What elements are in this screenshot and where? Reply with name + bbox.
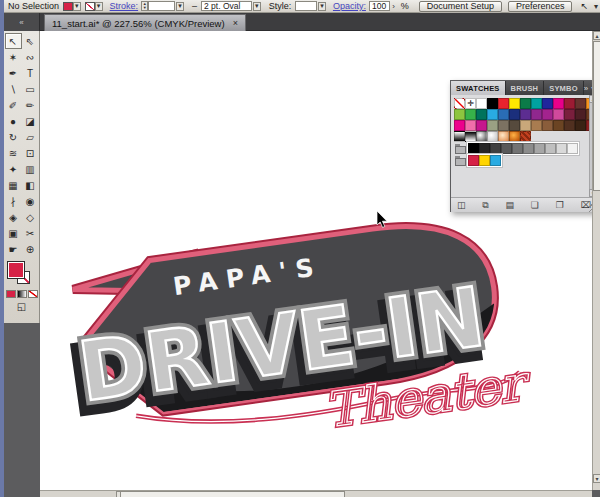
swatch-color[interactable] [465,109,476,120]
swatch-gradient[interactable] [454,131,465,142]
tab-swatches[interactable]: SWATCHES [451,81,506,95]
swatch-color[interactable] [531,98,542,109]
eraser-tool[interactable]: ◪ [22,113,39,129]
slice-tool[interactable]: ✂ [22,225,39,241]
document-setup-button[interactable]: Document Setup [419,1,502,12]
rectangle-tool[interactable]: ▭ [22,81,39,97]
swatch-color[interactable] [564,109,575,120]
swatch-color[interactable] [556,143,567,154]
swatch-color[interactable] [454,120,465,131]
artboard-tool[interactable]: ▣ [5,225,22,241]
swatch-color[interactable] [542,109,553,120]
preferences-button[interactable]: Preferences [508,1,573,12]
swatch-color[interactable] [553,109,564,120]
swatch-color[interactable] [564,120,575,131]
swatch-none[interactable] [454,98,465,109]
drive-in-logo[interactable]: PAPA'S DRIVE-IN DRIVE-IN DRIVE-IN Theate… [54,189,524,479]
selection-tool[interactable]: ↖ [5,33,22,49]
document-tab[interactable]: 11_start.ai* @ 227.56% (CMYK/Preview) × [44,14,246,31]
column-graph-tool[interactable]: ▥ [22,161,39,177]
vertical-scrollbar[interactable]: ▴ ▾ [592,31,600,490]
swatch-color[interactable] [454,109,465,120]
stroke-weight-dropdown-icon[interactable]: ▾ [176,2,184,11]
swatch-color[interactable] [553,120,564,131]
swatch-color[interactable] [498,109,509,120]
swatch-color[interactable] [476,109,487,120]
fill-color-chip[interactable] [63,2,73,11]
swatch-color[interactable] [512,143,523,154]
swatch-color[interactable] [476,98,487,109]
swatch-color[interactable] [498,98,509,109]
blend-tool[interactable]: ◉ [22,193,39,209]
swatch-color[interactable] [520,120,531,131]
swatch-color[interactable] [534,143,545,154]
color-group-icon[interactable] [454,144,465,153]
control-bar-menu-icon[interactable]: ▾ [594,2,598,11]
swatch-color[interactable] [542,98,553,109]
live-paint-selection-tool[interactable]: ◇ [22,209,39,225]
mesh-tool[interactable]: ▦ [5,177,22,193]
tab-brushes[interactable]: BRUSH [506,81,545,95]
eyedropper-tool[interactable]: ∤ [5,193,22,209]
new-swatch-button[interactable]: ❐ [556,200,564,210]
opacity-link[interactable]: Opacity: [333,1,366,11]
pen-tool[interactable]: ✒ [5,65,22,81]
width-tool[interactable]: ≋ [5,145,22,161]
swatch-color[interactable] [487,109,498,120]
swatch-color[interactable] [520,98,531,109]
stroke-link[interactable]: Stroke: [110,1,139,11]
gradient-tool[interactable]: ◧ [22,177,39,193]
swatch-color[interactable] [575,98,586,109]
tools-panel-header[interactable]: « [4,13,40,31]
pencil-tool[interactable]: ✏ [22,97,39,113]
swatch-libraries-button[interactable]: ◫ [457,200,466,210]
type-tool[interactable]: T [22,65,39,81]
symbol-sprayer-tool[interactable]: ✦ [5,161,22,177]
vertical-scroll-thumb[interactable] [593,41,600,191]
brush-select[interactable]: 2 pt. Oval [201,1,252,11]
rotate-tool[interactable]: ↻ [5,129,22,145]
swatch-color[interactable] [490,155,501,166]
direct-selection-tool[interactable]: ⇖ [22,33,39,49]
swatch-color[interactable] [523,143,534,154]
swatch-color[interactable] [509,120,520,131]
stroke-weight-select[interactable] [148,1,175,11]
swatch-color[interactable] [465,120,476,131]
swatch-color[interactable] [553,98,564,109]
swatch-color[interactable] [509,109,520,120]
swatch-color[interactable] [531,109,542,120]
panel-expand-icon[interactable]: » [584,84,588,93]
fill-chip[interactable] [7,261,25,279]
swatch-registration[interactable]: ✛ [465,98,476,109]
horizontal-scrollbar[interactable] [40,490,592,497]
swatch-color[interactable] [487,98,498,109]
swatch-color[interactable] [498,120,509,131]
stroke-dropdown-icon[interactable]: ▾ [95,2,103,11]
style-select[interactable] [295,1,317,11]
fill-dropdown-icon[interactable]: ▾ [73,2,81,11]
new-color-group-button[interactable]: ❏ [531,200,539,210]
tab-close-icon[interactable]: × [233,18,238,28]
swatch-options-button[interactable]: ▤ [506,200,515,210]
scale-tool[interactable]: ▱ [22,129,39,145]
gradient-mode-button[interactable] [17,290,27,298]
scroll-up-icon[interactable]: ▴ [593,31,600,40]
swatch-color[interactable] [542,120,553,131]
none-mode-button[interactable] [28,290,38,298]
magic-wand-tool[interactable]: ✶ [5,49,22,65]
stroke-weight-stepper[interactable]: ▲▼ [141,1,148,11]
swatch-color[interactable] [468,155,479,166]
swatch-color[interactable] [476,120,487,131]
color-mode-button[interactable] [6,290,16,298]
screen-mode-button[interactable]: ◱ [4,301,39,312]
swatch-kinds-button[interactable]: ⧉ [482,200,488,211]
style-dropdown-icon[interactable]: ▾ [318,2,326,11]
opacity-flyout-icon[interactable]: › [392,2,395,11]
free-transform-tool[interactable]: ⊡ [22,145,39,161]
line-segment-tool[interactable]: ∖ [5,81,22,97]
live-paint-bucket-tool[interactable]: ◈ [5,209,22,225]
swatch-color[interactable] [520,109,531,120]
swatch-color[interactable] [545,143,556,154]
opacity-input[interactable]: 100 [369,1,390,11]
horizontal-scroll-thumb[interactable] [120,491,345,497]
